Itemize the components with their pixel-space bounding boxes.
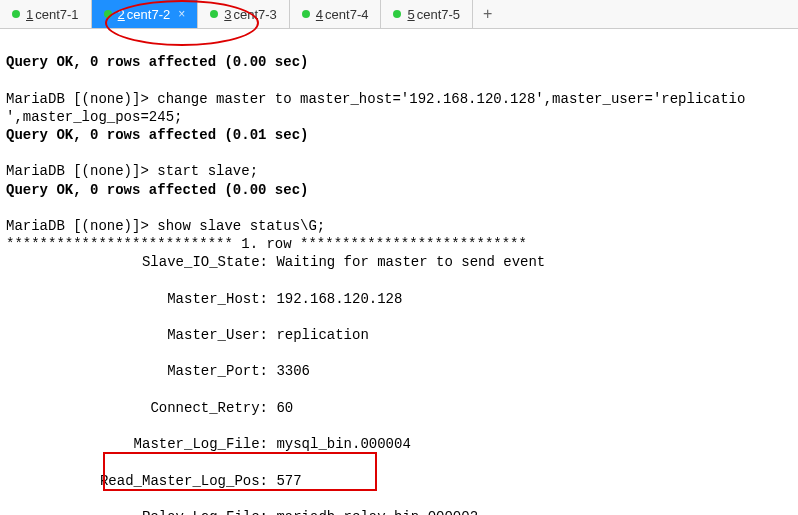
command: change master to master_host='192.168.12… — [157, 91, 745, 107]
terminal-line: MariaDB [(none)]> change master to maste… — [6, 91, 745, 107]
tab-cent7-5[interactable]: 5 cent7-5 — [381, 0, 473, 28]
status-row: Relay_Log_File: mariadb-relay-bin.000002 — [6, 508, 792, 515]
tab-label: cent7-5 — [417, 7, 460, 22]
status-value: mariadb-relay-bin.000002 — [268, 509, 478, 515]
status-row: Master_User: replication — [6, 326, 792, 344]
status-value: 60 — [268, 400, 293, 416]
tab-label: cent7-4 — [325, 7, 368, 22]
status-row: Connect_Retry: 60 — [6, 399, 792, 417]
tab-number: 5 — [407, 7, 414, 22]
status-row: Master_Port: 3306 — [6, 362, 792, 380]
query-ok-line: Query OK, 0 rows affected (0.00 sec) — [6, 54, 308, 70]
tab-number: 4 — [316, 7, 323, 22]
status-value: 192.168.120.128 — [268, 291, 402, 307]
prompt: MariaDB [(none)]> — [6, 163, 157, 179]
status-dot-icon — [393, 10, 401, 18]
status-dot-icon — [210, 10, 218, 18]
tab-cent7-2[interactable]: 2 cent7-2 × — [92, 0, 199, 28]
tab-bar: 1 cent7-1 2 cent7-2 × 3 cent7-3 4 cent7-… — [0, 0, 798, 29]
status-key: Master_Log_File: — [6, 435, 268, 453]
add-tab-button[interactable]: + — [473, 5, 502, 23]
prompt: MariaDB [(none)]> — [6, 218, 157, 234]
tab-label: cent7-3 — [233, 7, 276, 22]
status-row: Slave_IO_State: Waiting for master to se… — [6, 253, 792, 271]
tab-cent7-1[interactable]: 1 cent7-1 — [0, 0, 92, 28]
terminal-output[interactable]: Query OK, 0 rows affected (0.00 sec) Mar… — [0, 29, 798, 515]
status-key: Read_Master_Log_Pos: — [6, 472, 268, 490]
status-value: replication — [268, 327, 369, 343]
status-dot-icon — [12, 10, 20, 18]
status-key: Relay_Log_File: — [6, 508, 268, 515]
close-icon[interactable]: × — [178, 7, 185, 21]
status-value: 577 — [268, 473, 302, 489]
prompt: MariaDB [(none)]> — [6, 91, 157, 107]
status-key: Connect_Retry: — [6, 399, 268, 417]
command-cont: ',master_log_pos=245; — [6, 109, 182, 125]
status-row: Master_Log_File: mysql_bin.000004 — [6, 435, 792, 453]
tab-cent7-4[interactable]: 4 cent7-4 — [290, 0, 382, 28]
command: start slave; — [157, 163, 258, 179]
command: show slave status\G; — [157, 218, 325, 234]
terminal-line: MariaDB [(none)]> show slave status\G; — [6, 218, 325, 234]
query-ok-line: Query OK, 0 rows affected (0.01 sec) — [6, 127, 308, 143]
status-key: Master_Port: — [6, 362, 268, 380]
tab-label: cent7-2 — [127, 7, 170, 22]
status-key: Master_Host: — [6, 290, 268, 308]
status-row: Master_Host: 192.168.120.128 — [6, 290, 792, 308]
tab-cent7-3[interactable]: 3 cent7-3 — [198, 0, 290, 28]
status-dot-icon — [104, 10, 112, 18]
tab-number: 2 — [118, 7, 125, 22]
status-key: Slave_IO_State: — [6, 253, 268, 271]
terminal-line: MariaDB [(none)]> start slave; — [6, 163, 258, 179]
status-row: Read_Master_Log_Pos: 577 — [6, 472, 792, 490]
status-value: 3306 — [268, 363, 310, 379]
tab-label: cent7-1 — [35, 7, 78, 22]
status-value: mysql_bin.000004 — [268, 436, 411, 452]
query-ok-line: Query OK, 0 rows affected (0.00 sec) — [6, 182, 308, 198]
tab-number: 3 — [224, 7, 231, 22]
status-value: Waiting for master to send event — [268, 254, 545, 270]
status-dot-icon — [302, 10, 310, 18]
row-divider: *************************** 1. row *****… — [6, 236, 527, 252]
tab-number: 1 — [26, 7, 33, 22]
status-key: Master_User: — [6, 326, 268, 344]
